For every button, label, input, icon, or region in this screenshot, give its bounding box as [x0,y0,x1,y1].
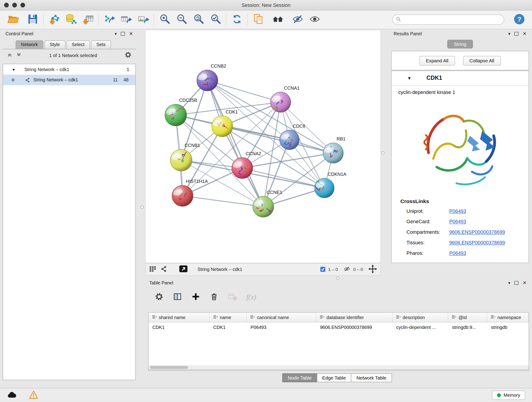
tab-edge-table[interactable]: Edge Table [317,373,351,382]
network-overview-icon[interactable] [160,265,167,274]
import-network-file-button[interactable] [46,12,61,27]
network-edge[interactable] [207,80,263,207]
network-collection-row[interactable]: ▼ String Network – cdk1 1 [3,64,135,75]
column-header[interactable]: canonical name [247,313,316,322]
help-button[interactable]: ? [512,12,526,27]
network-node-hist1h1a[interactable] [172,185,193,206]
tab-node-table[interactable]: Node Table [282,373,317,382]
tab-select[interactable]: Select [66,40,90,49]
zoom-fit-button[interactable] [191,12,206,27]
crosslink-link[interactable]: 9606.ENSP00000378699 [449,229,505,235]
hide-selected-button[interactable] [290,12,305,27]
network-node-rb1[interactable] [323,143,343,163]
table-cell[interactable]: 9606.ENSP00000378699 [316,322,393,332]
table-cell[interactable]: stringdb [487,322,529,332]
scrollbar-thumb[interactable] [150,366,188,369]
show-all-button[interactable] [307,12,322,27]
crosslink-link[interactable]: P06493 [449,208,466,214]
zoom-out-button[interactable] [174,12,189,27]
delete-column-trash-icon[interactable] [210,292,219,302]
node-details-header[interactable]: ▼ CDK1 [392,71,529,86]
column-header[interactable]: name [210,313,247,322]
crosslink-link[interactable]: 9606.ENSP00000378699 [449,240,505,245]
right-splitter-handle[interactable] [381,151,385,154]
crosslink-link[interactable]: P06493 [449,219,466,224]
tree-collapse-icon[interactable]: ▼ [12,67,16,71]
tab-string[interactable]: String [447,40,473,49]
column-header[interactable]: shared name [149,313,210,322]
export-table-button[interactable] [119,12,133,27]
network-node-ccne1[interactable] [253,196,274,217]
network-node-cdc25b[interactable] [165,104,187,126]
table-row[interactable]: CDK1CDK1P064939606.ENSP00000378699cyclin… [149,322,529,332]
zoom-in-button[interactable] [157,12,172,27]
network-edge[interactable] [222,126,333,153]
tab-sets[interactable]: Sets [91,40,111,49]
show-columns-icon[interactable] [173,292,182,302]
column-header[interactable]: description [393,313,448,322]
tab-network[interactable]: Network [16,40,43,49]
tab-style[interactable]: Style [44,40,65,49]
network-row[interactable]: String Network – cdk1 11 48 [3,75,135,85]
memory-button[interactable]: Memory [492,390,525,400]
column-header[interactable]: database identifier [316,313,393,322]
panel-close-icon[interactable]: ✕ [129,31,133,36]
table-cell[interactable]: CDK1 [149,322,210,332]
left-splitter-handle[interactable] [140,206,143,209]
zoom-selected-button[interactable] [208,12,223,27]
collapse-all-button[interactable]: Collapse All [463,56,501,65]
network-node-ccnb1[interactable] [170,149,192,171]
expand-all-button[interactable]: Expand All [419,56,455,65]
network-node-ccna1[interactable] [270,92,291,112]
import-table-button[interactable] [80,12,95,27]
refresh-button[interactable] [229,12,244,27]
duplicate-document-button[interactable] [251,12,266,27]
network-node-ccnb2[interactable] [197,70,218,91]
collapse-all-tree-icon[interactable] [7,52,13,58]
expand-all-tree-icon[interactable] [16,52,22,58]
selected-checkbox-icon[interactable] [320,267,325,272]
panel-float-icon[interactable] [514,281,519,284]
network-graph[interactable]: CCNB2CCNA1CDC25BCDK1CDC6RB1CCNB1CCNA2CDK… [146,30,381,263]
panel-float-icon[interactable] [121,32,125,35]
panel-close-icon[interactable]: ✕ [523,31,526,36]
open-session-button[interactable] [6,12,20,27]
network-node-cdkn1a[interactable] [315,178,334,198]
network-node-cdk1[interactable] [212,116,233,137]
column-header[interactable]: namespace [487,313,529,322]
column-header[interactable]: @id [448,313,487,322]
panel-close-icon[interactable]: ✕ [523,280,526,285]
network-edge[interactable] [183,196,263,206]
network-node-ccna2[interactable] [232,157,253,179]
warning-icon[interactable] [29,390,38,400]
collapse-entry-icon[interactable]: ▼ [407,76,412,81]
save-session-button[interactable] [25,12,40,27]
gear-icon[interactable] [124,51,132,60]
network-edge[interactable] [207,80,281,102]
table-horizontal-scrollbar[interactable] [148,365,529,370]
crosslink-link[interactable]: P06493 [449,250,466,256]
table-cell[interactable]: P06493 [247,322,316,332]
birdseye-grid-icon[interactable] [149,265,157,274]
pan-move-icon[interactable] [368,264,377,274]
network-node-cdc6[interactable] [279,130,299,150]
hidden-eye-icon[interactable] [343,266,351,273]
add-column-icon[interactable] [191,292,200,302]
table-cell[interactable]: CDK1 [210,322,247,332]
panel-menu-icon[interactable]: ▾ [508,281,510,285]
open-in-window-icon[interactable] [179,265,188,274]
export-image-button[interactable] [136,12,151,27]
cloud-icon[interactable] [7,391,17,399]
table-cell[interactable]: stringdb:9... [448,322,487,332]
table-settings-gear-icon[interactable] [155,292,164,302]
search-input[interactable] [403,17,500,22]
panel-menu-icon[interactable]: ▾ [508,32,510,36]
network-canvas[interactable]: CCNB2CCNA1CDC25BCDK1CDC6RB1CCNB1CCNA2CDK… [145,30,381,263]
export-network-button[interactable] [102,12,117,27]
tab-network-table[interactable]: Network Table [351,373,392,382]
panel-float-icon[interactable] [514,32,519,35]
table-cell[interactable]: cyclin-dependent ... [393,322,448,332]
home-button[interactable] [270,12,285,27]
panel-menu-icon[interactable]: ▾ [114,32,117,36]
import-network-database-button[interactable] [63,12,78,27]
